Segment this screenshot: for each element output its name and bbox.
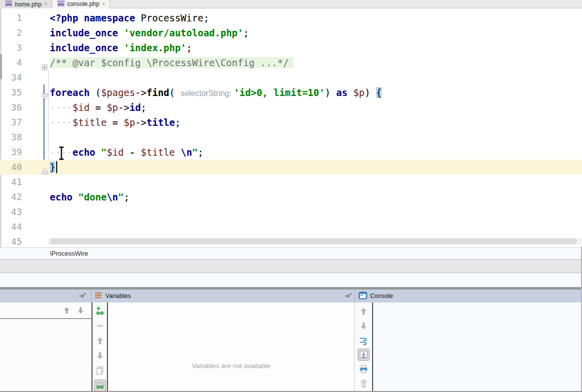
console-panel-title: Console [370,293,393,299]
variables-pane[interactable]: Variables are not available [108,302,354,391]
soft-wrap-icon[interactable] [358,334,370,346]
code-text: foreach ($pages->find( selectorString: '… [50,85,382,101]
code-line[interactable]: 36····$id = $p->id; [0,100,582,115]
variables-empty-text: Variables are not available [108,362,354,370]
code-line[interactable]: 37····$title = $p->title; [0,115,582,130]
code-line[interactable]: 35foreach ($pages->find( selectorString:… [0,85,582,100]
variables-panel-title: Variables [105,293,131,299]
line-number[interactable]: 44 [0,219,22,234]
ibeam-cursor [58,146,65,161]
threads-list-icon[interactable] [95,292,102,300]
line-number[interactable]: 1 [0,10,22,25]
svg-text:php: php [6,2,12,6]
code-line[interactable]: 43 [0,204,582,219]
jump-to-source-icon[interactable] [344,292,352,300]
move-watch-down-icon[interactable] [94,350,106,362]
svg-text:php: php [58,2,64,6]
line-number[interactable]: 3 [0,40,22,55]
print-console-icon[interactable] [358,363,370,375]
code-text: /** @var $config \ProcessWire\Config ...… [50,55,293,70]
code-text: echo "done\n"; [50,190,129,204]
jump-to-source-icon[interactable] [78,292,86,300]
close-tab-icon[interactable]: ✕ [102,2,106,6]
debug-panel-headers: Variables Console [0,290,582,302]
move-watch-up-icon[interactable] [94,335,106,347]
line-number[interactable]: 42 [0,190,22,204]
frames-panel-header [0,290,92,302]
line-number[interactable]: 39 [0,145,22,160]
console-panel-header: Console [355,290,582,302]
scroll-down-icon[interactable] [358,320,370,332]
code-line[interactable]: 39····echo "$id - $title \n"; [0,145,582,160]
code-text: ····$id = $p->id; [50,100,147,115]
code-line[interactable]: 34 [0,70,582,85]
line-number[interactable]: 41 [0,175,22,190]
code-text: } [50,160,55,175]
variables-panel-header: Variables [92,290,355,302]
scroll-up-icon[interactable] [358,305,370,317]
tab-label: console.php [67,0,99,7]
code-editor[interactable]: 1<?php namespace ProcessWire;2include_on… [0,8,582,247]
duplicate-watch-icon[interactable] [94,365,106,377]
code-text: include_once 'vendor/autoload.php'; [50,25,249,40]
scroll-to-end-icon[interactable] [358,349,370,361]
code-line[interactable]: 3include_once 'index.php'; [0,40,582,55]
line-number[interactable]: 36 [0,100,22,115]
console-toolbar [355,302,372,391]
add-watch-icon[interactable] [94,305,106,317]
code-line[interactable]: 4/** @var $config \ProcessWire\Config ..… [0,55,582,70]
watch-toolbar [93,302,107,391]
line-number[interactable]: 2 [0,25,22,40]
code-line[interactable]: 40} [0,160,582,175]
empty-strip [0,273,582,287]
fold-marker-icon[interactable] [42,164,48,171]
code-text: include_once 'index.php'; [50,40,192,55]
line-number[interactable]: 35 [0,85,22,100]
line-number[interactable]: 34 [0,70,22,85]
tab-home-php[interactable]: php home.php ✕ [0,0,52,8]
code-line[interactable]: 42echo "done\n"; [0,190,582,204]
text-caret [56,161,57,173]
editor-tab-bar: php home.php ✕ php console.php ✕ [0,0,582,8]
code-text: ····$title = $p->title; [50,115,181,130]
frames-pane[interactable] [0,302,92,391]
code-line[interactable]: 41 [0,175,582,190]
tab-console-php[interactable]: php console.php ✕ [52,0,110,8]
ide-window: php home.php ✕ php console.php ✕ 1<?php … [0,0,582,392]
breadcrumb-namespace[interactable]: \ProcessWire [50,250,88,257]
code-line[interactable]: 44 [0,219,582,234]
php-file-icon: php [57,0,65,8]
fold-marker-icon[interactable] [42,89,48,96]
line-number[interactable]: 43 [0,204,22,219]
tab-label: home.php [15,1,41,8]
breadcrumb[interactable]: \ProcessWire [0,247,582,259]
line-number[interactable]: 38 [0,130,22,145]
collapsed-panel-strip [0,259,582,273]
code-line[interactable]: 38 [0,130,582,145]
scrollbar-thumb[interactable] [50,238,577,244]
line-number[interactable]: 4 [0,55,22,70]
frame-up-icon[interactable] [61,304,73,316]
clear-console-icon[interactable] [358,378,370,390]
code-text: <?php namespace ProcessWire; [50,10,209,25]
remove-watch-icon[interactable] [94,320,106,332]
line-number[interactable]: 37 [0,115,22,130]
console-output-pane[interactable] [373,302,582,391]
close-tab-icon[interactable]: ✕ [44,2,48,6]
console-window-icon [359,292,367,301]
debug-panel-body: Variables are not available [0,302,582,391]
show-watches-icon[interactable] [94,380,106,392]
frames-toolbar [0,302,92,319]
code-text: ····echo "$id - $title \n"; [50,145,203,160]
code-line[interactable]: 1<?php namespace ProcessWire; [0,10,582,25]
fold-marker-icon[interactable] [42,59,48,66]
frame-down-icon[interactable] [75,304,87,316]
line-number[interactable]: 40 [0,160,22,175]
horizontal-scrollbar[interactable] [48,238,582,245]
code-line[interactable]: 2include_once 'vendor/autoload.php'; [0,25,582,40]
php-file-icon: php [5,0,12,8]
